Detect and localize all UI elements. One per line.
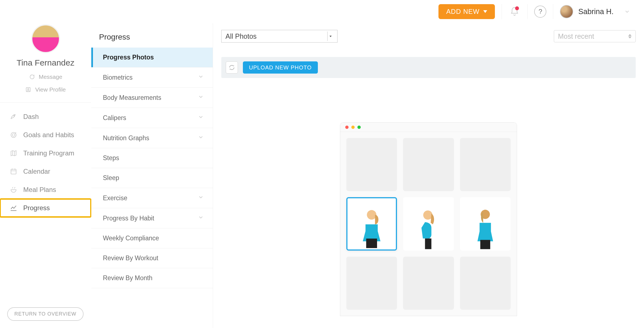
- user-menu[interactable]: Sabrina H.: [560, 5, 630, 18]
- nav-item-training[interactable]: Training Program: [0, 144, 91, 162]
- upload-bar: UPLOAD NEW PHOTO: [221, 57, 636, 78]
- triangle-down-icon: [483, 10, 487, 13]
- submenu-title: Progress: [91, 28, 213, 46]
- divider: [553, 4, 553, 19]
- submenu-item-label: Exercise: [103, 194, 127, 202]
- chevron-down-icon: [624, 9, 630, 15]
- pose-front-icon: [346, 197, 397, 250]
- submenu-item-label: Review By Workout: [103, 254, 158, 262]
- submenu-item-review-by-workout[interactable]: Review By Workout: [91, 248, 213, 268]
- refresh-icon: [229, 64, 235, 71]
- submenu-item-calipers[interactable]: Calipers: [91, 108, 213, 128]
- view-profile-link[interactable]: View Profile: [25, 86, 66, 93]
- question-icon: ?: [539, 8, 542, 15]
- bowl-icon: [9, 186, 18, 194]
- main-content: All Photos Most recent UPLOAD NEW PHOTO: [213, 0, 644, 328]
- submenu-item-label: Sleep: [103, 174, 119, 182]
- submenu-item-label: Progress By Habit: [103, 215, 154, 222]
- submenu-item-label: Weekly Compliance: [103, 235, 159, 242]
- client-sidebar: Flow Tina Fernandez Message View Profile…: [0, 0, 91, 328]
- submenu-item-label: Progress Photos: [103, 54, 154, 61]
- client-nav: Dash Goals and Habits Training Program C…: [0, 102, 91, 217]
- refresh-button[interactable]: [226, 61, 238, 74]
- view-profile-label: View Profile: [35, 86, 66, 93]
- submenu-item-biometrics[interactable]: Biometrics: [91, 67, 213, 88]
- svg-rect-14: [480, 240, 490, 249]
- chevron-down-icon: [198, 94, 204, 101]
- submenu-item-exercise[interactable]: Exercise: [91, 188, 213, 208]
- svg-marker-8: [329, 36, 332, 37]
- notifications-button[interactable]: [508, 6, 521, 18]
- submenu-item-nutrition-graphs[interactable]: Nutrition Graphs: [91, 128, 213, 148]
- submenu-item-label: Steps: [103, 154, 119, 162]
- profile-icon: [25, 87, 31, 93]
- svg-point-9: [367, 210, 376, 220]
- calendar-icon: [9, 167, 18, 176]
- dropdown-arrow-icon: [327, 32, 333, 41]
- submenu-item-label: Review By Month: [103, 274, 152, 282]
- help-button[interactable]: ?: [534, 6, 546, 18]
- svg-rect-10: [366, 239, 377, 248]
- message-icon: [29, 74, 35, 80]
- chevron-down-icon: [198, 114, 204, 122]
- submenu-item-weekly-compliance[interactable]: Weekly Compliance: [91, 228, 213, 248]
- submenu-item-progress-photos[interactable]: Progress Photos: [91, 48, 213, 67]
- nav-item-progress[interactable]: Progress: [0, 199, 91, 217]
- submenu-item-label: Calipers: [103, 114, 126, 122]
- add-new-label: ADD NEW: [446, 8, 479, 15]
- top-bar: ADD NEW ? Sabrina H.: [0, 0, 644, 23]
- chevron-down-icon: [198, 134, 204, 142]
- window-traffic-lights-icon: [340, 123, 517, 132]
- client-name-label: Tina Fernandez: [0, 58, 91, 67]
- submenu-item-review-by-month[interactable]: Review By Month: [91, 268, 213, 288]
- message-label: Message: [39, 74, 62, 80]
- user-name-label: Sabrina H.: [578, 7, 614, 16]
- map-icon: [9, 149, 18, 157]
- empty-state: Add your progress photos! Take 3 picture…: [221, 122, 636, 328]
- svg-point-3: [28, 88, 29, 90]
- chevron-down-icon: [198, 214, 204, 222]
- sort-updown-icon: [628, 34, 632, 38]
- progress-submenu: Progress Progress PhotosBiometricsBody M…: [91, 0, 213, 328]
- nav-label: Training Program: [23, 149, 74, 157]
- photo-illustration: [340, 122, 517, 316]
- client-avatar[interactable]: [31, 24, 60, 53]
- submenu-item-body-measurements[interactable]: Body Measurements: [91, 88, 213, 108]
- message-link[interactable]: Message: [29, 74, 62, 80]
- nav-label: Meal Plans: [23, 186, 56, 194]
- nav-label: Goals and Habits: [23, 131, 74, 139]
- submenu-item-progress-by-habit[interactable]: Progress By Habit: [91, 208, 213, 228]
- return-to-overview-button[interactable]: RETURN TO OVERVIEW: [7, 307, 84, 321]
- submenu-item-sleep[interactable]: Sleep: [91, 168, 213, 188]
- sort-select[interactable]: Most recent: [554, 30, 636, 42]
- svg-point-4: [14, 115, 15, 116]
- filters-row: All Photos Most recent: [221, 30, 636, 43]
- nav-label: Calendar: [23, 168, 50, 175]
- svg-rect-12: [425, 239, 431, 249]
- target-icon: [9, 131, 18, 139]
- divider: [502, 4, 502, 19]
- add-new-button[interactable]: ADD NEW: [438, 4, 495, 19]
- chart-icon: [9, 204, 18, 212]
- nav-item-dash[interactable]: Dash: [0, 108, 91, 126]
- nav-item-calendar[interactable]: Calendar: [0, 162, 91, 181]
- svg-point-6: [12, 134, 15, 136]
- divider: [527, 4, 528, 19]
- svg-rect-7: [11, 169, 16, 174]
- nav-label: Dash: [23, 113, 39, 121]
- submenu-item-steps[interactable]: Steps: [91, 148, 213, 168]
- photo-filter-select[interactable]: All Photos: [221, 30, 337, 43]
- upload-photo-button[interactable]: UPLOAD NEW PHOTO: [243, 61, 318, 74]
- nav-item-meal[interactable]: Meal Plans: [0, 181, 91, 199]
- pose-back-icon: [460, 197, 511, 250]
- filter-value: All Photos: [225, 32, 257, 40]
- sort-value: Most recent: [558, 32, 594, 40]
- submenu-item-label: Nutrition Graphs: [103, 134, 149, 142]
- submenu-item-label: Biometrics: [103, 74, 133, 81]
- submenu-item-label: Body Measurements: [103, 94, 161, 101]
- nav-item-goals[interactable]: Goals and Habits: [0, 126, 91, 144]
- chevron-down-icon: [198, 74, 204, 81]
- nav-label: Progress: [23, 204, 50, 212]
- user-avatar: [560, 5, 573, 18]
- rocket-icon: [9, 113, 18, 121]
